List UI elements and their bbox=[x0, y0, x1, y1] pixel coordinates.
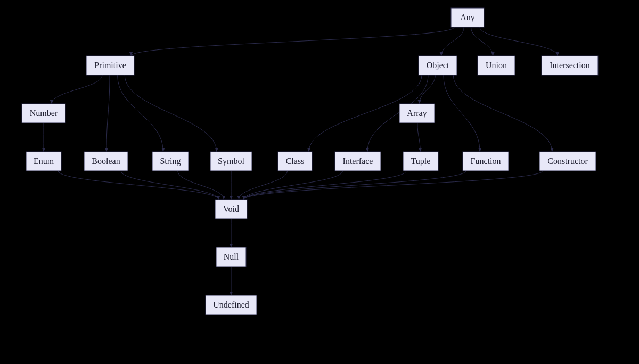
node-tuple: Tuple bbox=[403, 152, 438, 171]
node-number: Number bbox=[22, 104, 65, 123]
node-intersection: Intersection bbox=[542, 56, 598, 75]
node-label-object: Object bbox=[427, 61, 449, 70]
node-label-symbol: Symbol bbox=[218, 156, 244, 166]
edge-object-constructor bbox=[453, 75, 552, 152]
node-label-void: Void bbox=[223, 204, 239, 213]
node-label-array: Array bbox=[407, 109, 427, 118]
node-class: Class bbox=[278, 152, 312, 171]
edge-primitive-symbol bbox=[125, 75, 217, 152]
node-union: Union bbox=[478, 56, 515, 75]
node-label-undefined: Undefined bbox=[213, 300, 249, 309]
nodes-layer: AnyPrimitiveObjectUnionIntersectionNumbe… bbox=[22, 8, 598, 315]
edge-object-array bbox=[420, 75, 436, 104]
type-hierarchy-diagram: AnyPrimitiveObjectUnionIntersectionNumbe… bbox=[0, 0, 639, 364]
edge-array-tuple bbox=[417, 123, 420, 152]
edge-enum-void bbox=[58, 171, 218, 200]
node-label-constructor: Constructor bbox=[547, 156, 588, 166]
node-label-primitive: Primitive bbox=[94, 61, 126, 70]
node-object: Object bbox=[419, 56, 457, 75]
node-label-string: String bbox=[160, 156, 181, 166]
node-label-tuple: Tuple bbox=[411, 156, 431, 166]
node-label-interface: Interface bbox=[343, 156, 373, 166]
node-label-boolean: Boolean bbox=[92, 156, 120, 166]
edge-primitive-string bbox=[118, 75, 163, 152]
edge-any-intersection bbox=[480, 27, 558, 56]
node-label-number: Number bbox=[30, 109, 58, 118]
edge-constructor-void bbox=[244, 171, 543, 200]
edge-primitive-boolean bbox=[106, 75, 110, 152]
node-label-union: Union bbox=[486, 61, 507, 70]
node-null: Null bbox=[216, 247, 246, 267]
node-label-class: Class bbox=[286, 156, 305, 166]
node-label-any: Any bbox=[460, 13, 475, 22]
edge-object-function bbox=[444, 75, 480, 152]
edge-any-union bbox=[471, 27, 493, 56]
edge-any-primitive bbox=[131, 27, 454, 56]
node-function: Function bbox=[463, 152, 509, 171]
node-label-intersection: Intersection bbox=[550, 61, 590, 70]
node-enum: Enum bbox=[26, 152, 61, 171]
node-interface: Interface bbox=[335, 152, 381, 171]
node-void: Void bbox=[215, 200, 247, 219]
edge-any-object bbox=[441, 27, 464, 56]
edge-function-void bbox=[244, 171, 466, 200]
node-label-null: Null bbox=[224, 252, 239, 261]
edge-primitive-number bbox=[52, 75, 102, 104]
node-undefined: Undefined bbox=[206, 295, 257, 315]
node-label-function: Function bbox=[471, 156, 501, 166]
node-any: Any bbox=[451, 8, 484, 27]
node-array: Array bbox=[399, 104, 435, 123]
node-primitive: Primitive bbox=[86, 56, 134, 75]
node-boolean: Boolean bbox=[84, 152, 128, 171]
node-string: String bbox=[152, 152, 189, 171]
node-constructor: Constructor bbox=[539, 152, 596, 171]
edge-class-void bbox=[239, 171, 287, 200]
edge-tuple-void bbox=[244, 171, 406, 200]
node-symbol: Symbol bbox=[210, 152, 252, 171]
edge-string-void bbox=[178, 171, 224, 200]
node-label-enum: Enum bbox=[34, 156, 54, 166]
